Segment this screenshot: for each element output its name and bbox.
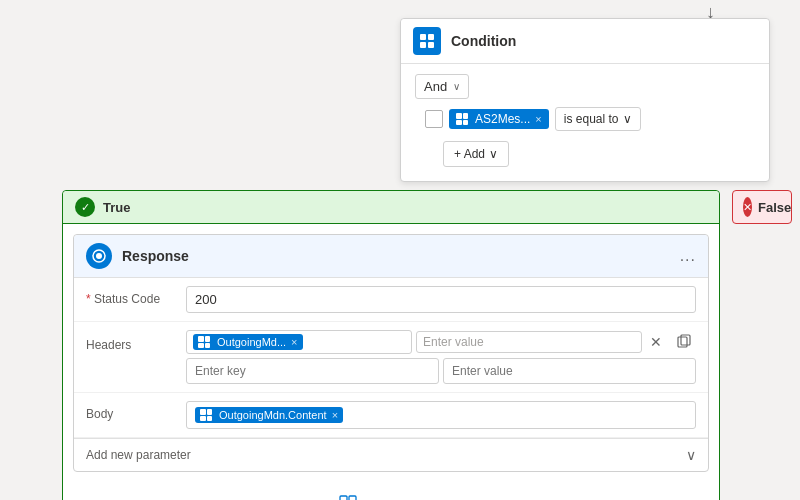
body-row: Body OutgoingMdn.Content × bbox=[74, 393, 708, 438]
response-icon bbox=[86, 243, 112, 269]
svg-rect-9 bbox=[349, 496, 356, 500]
is-equal-chevron-icon: ∨ bbox=[623, 112, 632, 126]
condition-icon bbox=[413, 27, 441, 55]
status-code-input[interactable] bbox=[186, 286, 696, 313]
response-title: Response bbox=[122, 248, 680, 264]
add-param-chevron-icon[interactable]: ∨ bbox=[686, 447, 696, 463]
condition-row: AS2Mes... × is equal to ∨ bbox=[425, 107, 755, 131]
header-val-input[interactable] bbox=[443, 358, 696, 384]
as2-chip-icon bbox=[456, 113, 468, 125]
as2-chip-close[interactable]: × bbox=[535, 113, 541, 125]
svg-rect-0 bbox=[420, 34, 426, 40]
true-check-icon: ✓ bbox=[75, 197, 95, 217]
status-code-row: Status Code bbox=[74, 278, 708, 322]
body-label: Body bbox=[86, 401, 186, 421]
add-action-icon bbox=[338, 494, 358, 500]
add-action-label[interactable]: Add an action bbox=[364, 497, 444, 501]
more-options-button[interactable]: ... bbox=[680, 247, 696, 265]
is-equal-to-dropdown[interactable]: is equal to ∨ bbox=[555, 107, 641, 131]
svg-point-5 bbox=[96, 253, 102, 259]
branches-container: ✓ True Response ... Status Code bbox=[62, 190, 792, 500]
add-param-row: Add new parameter ∨ bbox=[74, 438, 708, 471]
condition-body: And ∨ AS2Mes... × is equal to ∨ + Add ∨ bbox=[401, 64, 769, 181]
add-chevron-icon: ∨ bbox=[489, 147, 498, 161]
add-param-label: Add new parameter bbox=[86, 448, 191, 462]
as2-token-chip[interactable]: AS2Mes... × bbox=[449, 109, 549, 129]
body-token-close[interactable]: × bbox=[332, 409, 338, 421]
add-action-row[interactable]: Add an action bbox=[63, 482, 719, 500]
and-chevron-icon: ∨ bbox=[453, 81, 460, 92]
true-branch: ✓ True Response ... Status Code bbox=[62, 190, 720, 500]
false-x-icon: ✕ bbox=[743, 197, 752, 217]
clone-header-row-button[interactable] bbox=[672, 331, 696, 354]
true-label: True bbox=[103, 200, 130, 215]
false-label: False bbox=[758, 200, 791, 215]
outgoing-chip-icon bbox=[198, 336, 210, 348]
header-row-1: OutgoingMd... × Enter value ✕ bbox=[186, 330, 696, 354]
headers-grid: OutgoingMd... × Enter value ✕ bbox=[186, 330, 696, 384]
add-condition-button[interactable]: + Add ∨ bbox=[443, 141, 509, 167]
body-token-cell: OutgoingMdn.Content × bbox=[186, 401, 696, 429]
body-token[interactable]: OutgoingMdn.Content × bbox=[195, 407, 343, 423]
status-code-label: Status Code bbox=[86, 286, 186, 306]
headers-value: OutgoingMd... × Enter value ✕ bbox=[186, 330, 696, 384]
headers-row: Headers OutgoingMd... × bbox=[74, 322, 708, 393]
header-key-input[interactable] bbox=[186, 358, 439, 384]
delete-header-row-button[interactable]: ✕ bbox=[646, 332, 666, 352]
status-code-value bbox=[186, 286, 696, 313]
body-value: OutgoingMdn.Content × bbox=[186, 401, 696, 429]
svg-rect-3 bbox=[428, 42, 434, 48]
true-header: ✓ True bbox=[63, 191, 719, 224]
header-val-1[interactable]: Enter value bbox=[416, 331, 642, 353]
response-header: Response ... bbox=[74, 235, 708, 278]
svg-rect-1 bbox=[428, 34, 434, 40]
false-branch: ✕ False bbox=[732, 190, 792, 500]
and-dropdown[interactable]: And ∨ bbox=[415, 74, 469, 99]
svg-rect-8 bbox=[340, 496, 347, 500]
response-card: Response ... Status Code Headers bbox=[73, 234, 709, 472]
response-body: Status Code Headers bbox=[74, 278, 708, 471]
svg-rect-2 bbox=[420, 42, 426, 48]
header-key-token-cell: OutgoingMd... × bbox=[186, 330, 412, 354]
false-header: ✕ False bbox=[732, 190, 792, 224]
condition-block: Condition And ∨ AS2Mes... × is equal to … bbox=[400, 18, 770, 182]
headers-label: Headers bbox=[86, 330, 186, 352]
header-row-2 bbox=[186, 358, 696, 384]
header-token-close[interactable]: × bbox=[291, 336, 297, 348]
condition-title: Condition bbox=[451, 33, 516, 49]
body-chip-icon bbox=[200, 409, 212, 421]
outgoing-md-token[interactable]: OutgoingMd... × bbox=[193, 334, 303, 350]
condition-header: Condition bbox=[401, 19, 769, 64]
condition-checkbox[interactable] bbox=[425, 110, 443, 128]
